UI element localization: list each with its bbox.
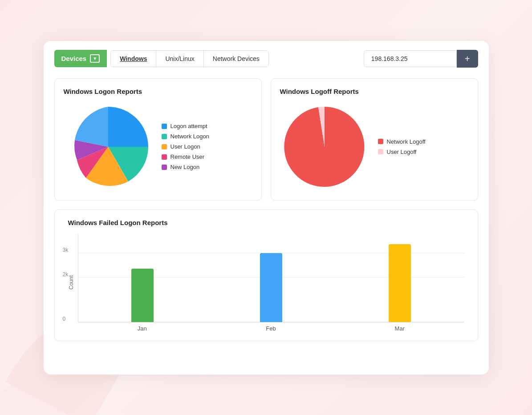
- y-label-3k: 3k: [63, 247, 69, 253]
- y-label-0: 0: [63, 316, 66, 322]
- bar-jan: [131, 269, 154, 322]
- legend-user-logoff: User Logoff: [378, 149, 426, 155]
- new-logon-dot: [162, 165, 167, 170]
- logoff-legend: Network Logoff User Logoff: [378, 138, 426, 155]
- x-label-jan: Jan: [131, 325, 153, 332]
- legend-user-logon: User Logon: [162, 143, 209, 150]
- tab-group: Windows Unix/Linux Network Devices: [110, 50, 269, 67]
- tab-windows[interactable]: Windows: [111, 51, 156, 67]
- x-label-feb: Feb: [260, 325, 282, 332]
- x-label-mar: Mar: [389, 325, 411, 332]
- bar-mar: [389, 244, 411, 322]
- devices-button[interactable]: Devices ▼: [54, 50, 107, 67]
- tab-network-devices[interactable]: Network Devices: [204, 51, 268, 67]
- bars-row: [78, 233, 464, 322]
- new-logon-label: New Logon: [171, 164, 200, 170]
- bar-feb: [260, 253, 282, 322]
- chevron-down-icon: ▼: [90, 54, 100, 63]
- add-button[interactable]: +: [457, 50, 478, 68]
- bar-chart-container: Windows Failed Logon Reports Count 3k 2k: [44, 210, 489, 350]
- ip-input[interactable]: [364, 50, 457, 67]
- bar-feb-col: [260, 253, 282, 322]
- logon-chart-card: Windows Logon Reports: [54, 78, 262, 201]
- network-logon-label: Network Logon: [171, 133, 209, 140]
- bar-chart-inner: 3k 2k 0: [78, 234, 464, 332]
- legend-logon-attempt: Logon attempt: [162, 123, 209, 129]
- legend-new-logon: New Logon: [162, 164, 209, 170]
- remote-user-label: Remote User: [171, 153, 205, 160]
- y-label-2k: 2k: [63, 271, 69, 278]
- devices-label: Devices: [61, 55, 87, 62]
- logon-pie-area: Logon attempt Network Logon User Logon R…: [64, 102, 252, 191]
- logoff-chart-card: Windows Logoff Reports Network Logoff U: [271, 78, 478, 201]
- x-labels: Jan Feb Mar: [78, 325, 464, 332]
- user-logon-dot: [162, 144, 167, 149]
- logoff-chart-title: Windows Logoff Reports: [280, 88, 469, 95]
- failed-logon-title: Windows Failed Logon Reports: [68, 219, 464, 226]
- charts-grid: Windows Logon Reports: [44, 68, 489, 210]
- bar-area: Count 3k 2k 0: [68, 234, 464, 332]
- ip-area: +: [364, 50, 478, 68]
- main-container: Devices ▼ Windows Unix/Linux Network Dev…: [44, 41, 489, 375]
- legend-network-logon: Network Logon: [162, 133, 209, 140]
- network-logoff-label: Network Logoff: [387, 138, 426, 145]
- network-logoff-dot: [378, 139, 383, 144]
- grid-lines: 3k 2k 0: [78, 234, 464, 322]
- logon-pie-svg: [64, 102, 153, 191]
- failed-logon-chart-card: Windows Failed Logon Reports Count 3k 2k: [54, 210, 478, 341]
- network-logon-dot: [162, 134, 167, 139]
- tab-unix[interactable]: Unix/Linux: [156, 51, 203, 67]
- tab-bar: Devices ▼ Windows Unix/Linux Network Dev…: [44, 41, 489, 68]
- user-logon-label: User Logon: [171, 143, 200, 150]
- bar-mar-col: [389, 244, 411, 322]
- logon-attempt-label: Logon attempt: [171, 123, 207, 129]
- user-logoff-dot: [378, 149, 383, 154]
- legend-remote-user: Remote User: [162, 153, 209, 160]
- y-axis-label: Count: [68, 275, 74, 290]
- logoff-pie-svg: [280, 102, 369, 191]
- bar-jan-col: [131, 269, 154, 322]
- user-logoff-label: User Logoff: [387, 149, 417, 155]
- logon-attempt-dot: [162, 124, 167, 129]
- logon-legend: Logon attempt Network Logon User Logon R…: [162, 123, 209, 170]
- logon-chart-title: Windows Logon Reports: [64, 88, 252, 95]
- logoff-pie-area: Network Logoff User Logoff: [280, 102, 469, 191]
- remote-user-dot: [162, 154, 167, 160]
- legend-network-logoff: Network Logoff: [378, 138, 426, 145]
